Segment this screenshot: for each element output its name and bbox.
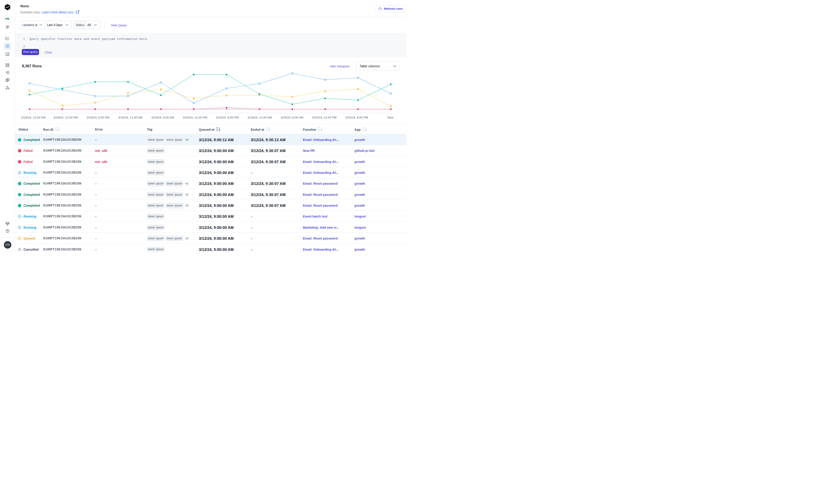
svg-text:3/19/24, 6:00 AM: 3/19/24, 6:00 AM [151,116,174,119]
svg-text:3/19/24, 12:00 AM: 3/19/24, 12:00 AM [247,116,272,119]
svg-text:3/20/24, 12:00 PM: 3/20/24, 12:00 PM [312,116,337,119]
svg-text:3/20/24, 6:00 AM: 3/20/24, 6:00 AM [281,116,303,119]
svg-text:3/19/24, 6:00 PM: 3/19/24, 6:00 PM [87,116,109,119]
svg-text:3/20/24, 6:00 PM: 3/20/24, 6:00 PM [345,116,368,119]
svg-text:3/19/24, 12:00 AM: 3/19/24, 12:00 AM [118,116,142,119]
svg-text:3/19/24, 6:00 PM: 3/19/24, 6:00 PM [216,116,238,119]
svg-text:Now: Now [387,116,393,119]
svg-text:3/19/24, 12:00 PM: 3/19/24, 12:00 PM [183,116,207,119]
svg-text:3/19/24, 12:00 PM: 3/19/24, 12:00 PM [53,116,78,119]
svg-text:3/19/24, 12:00 PM: 3/19/24, 12:00 PM [21,116,46,119]
